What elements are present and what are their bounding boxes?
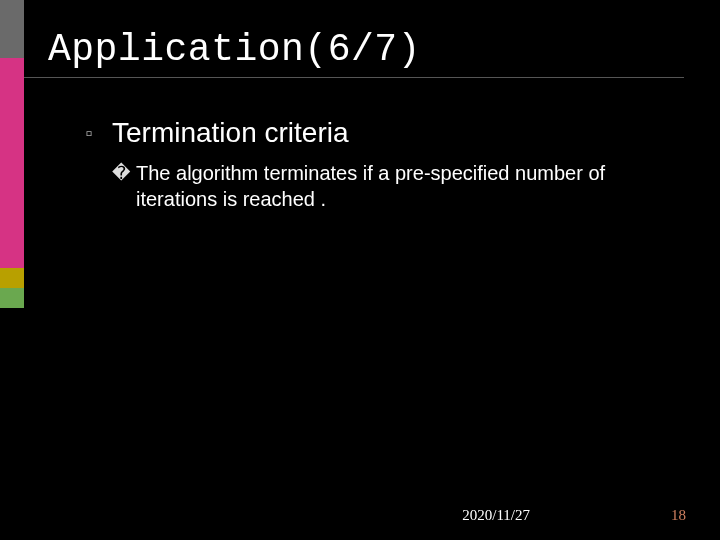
bullet-text: Termination criteria — [112, 116, 349, 150]
bullet-marker-icon: ▫ — [80, 116, 98, 150]
footer-date: 2020/11/27 — [462, 507, 530, 524]
bullet-item: ▫ Termination criteria — [80, 116, 672, 150]
slide-content: Application(6/7) ▫ Termination criteria … — [24, 0, 720, 540]
sidebar-seg-pink — [0, 58, 24, 268]
sub-bullet-text: The algorithm terminates if a pre-specif… — [136, 160, 632, 212]
slide-title: Application(6/7) — [24, 0, 684, 78]
sidebar-seg-green — [0, 288, 24, 308]
accent-sidebar — [0, 0, 24, 540]
sub-bullet-item: � The algorithm terminates if a pre-spec… — [80, 160, 672, 212]
sidebar-seg-yellow — [0, 268, 24, 288]
footer-page-number: 18 — [671, 507, 686, 524]
sidebar-seg-spacer — [0, 308, 24, 540]
sidebar-seg-grey — [0, 0, 24, 58]
sub-bullet-marker-icon: � — [112, 160, 130, 186]
slide-footer: 2020/11/27 18 — [48, 504, 720, 524]
slide-body: ▫ Termination criteria � The algorithm t… — [24, 78, 720, 212]
